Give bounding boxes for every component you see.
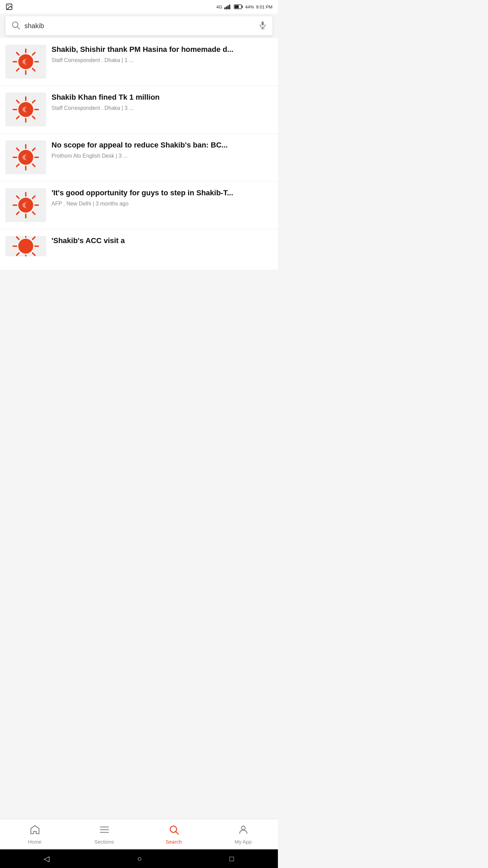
svg-point-41 <box>18 198 33 213</box>
news-content: Shakib, Shishir thank PM Hasina for home… <box>52 45 272 63</box>
svg-rect-2 <box>224 7 226 9</box>
svg-line-20 <box>33 68 35 71</box>
svg-line-10 <box>17 27 19 29</box>
news-list: Shakib, Shishir thank PM Hasina for home… <box>0 38 278 270</box>
svg-line-49 <box>17 212 19 214</box>
svg-line-21 <box>33 53 35 55</box>
news-meta: Staff Correspondent . Dhaka | 1 ... <box>52 57 272 63</box>
list-item[interactable]: Shakib Khan fined Tk 1 million Staff Cor… <box>0 86 278 134</box>
svg-rect-11 <box>262 21 264 25</box>
svg-rect-3 <box>226 6 227 9</box>
image-icon <box>5 3 13 11</box>
svg-line-48 <box>33 196 35 198</box>
news-thumbnail <box>5 188 46 222</box>
svg-rect-8 <box>235 5 239 8</box>
svg-point-50 <box>18 239 33 254</box>
search-input[interactable] <box>24 22 254 30</box>
svg-line-58 <box>17 253 19 255</box>
status-left <box>5 3 13 11</box>
news-meta: Staff Correspondent . Dhaka | 3 ... <box>52 105 272 111</box>
svg-line-55 <box>17 237 19 239</box>
news-content: 'It's good opportunity for guys to step … <box>52 188 272 207</box>
list-item[interactable]: Shakib, Shishir thank PM Hasina for home… <box>0 38 278 86</box>
news-title: 'It's good opportunity for guys to step … <box>52 188 272 198</box>
svg-line-39 <box>33 148 35 151</box>
list-item[interactable]: 'Shakib's ACC visit a <box>0 229 278 270</box>
svg-line-22 <box>17 68 19 71</box>
news-content: 'Shakib's ACC visit a <box>52 236 272 246</box>
svg-rect-4 <box>227 5 229 9</box>
news-thumbnail <box>5 236 46 256</box>
signal-icon <box>224 4 232 9</box>
svg-line-28 <box>17 100 19 103</box>
svg-point-23 <box>18 102 33 117</box>
news-title: Shakib Khan fined Tk 1 million <box>52 93 272 102</box>
news-meta: AFP . New Delhi | 3 months ago <box>52 201 272 207</box>
svg-line-57 <box>33 237 35 239</box>
news-thumbnail <box>5 140 46 174</box>
status-right: 4G 44% 9:01 PM <box>216 4 272 9</box>
svg-line-47 <box>33 212 35 214</box>
mic-icon[interactable] <box>258 21 267 31</box>
news-title: 'Shakib's ACC visit a <box>52 236 272 246</box>
list-item[interactable]: No scope for appeal to reduce Shakib's b… <box>0 134 278 181</box>
news-meta: Prothom Alo English Desk | 3 ... <box>52 153 272 159</box>
news-content: No scope for appeal to reduce Shakib's b… <box>52 140 272 159</box>
svg-line-56 <box>33 253 35 255</box>
svg-line-38 <box>33 164 35 166</box>
time-label: 9:01 PM <box>256 4 272 9</box>
battery-icon <box>234 4 243 9</box>
svg-line-37 <box>17 148 19 151</box>
svg-line-46 <box>17 196 19 198</box>
svg-rect-5 <box>229 5 230 9</box>
svg-line-29 <box>33 116 35 119</box>
svg-line-19 <box>17 53 19 55</box>
network-label: 4G <box>216 4 222 9</box>
svg-line-31 <box>17 116 19 119</box>
news-content: Shakib Khan fined Tk 1 million Staff Cor… <box>52 93 272 111</box>
news-thumbnail <box>5 93 46 126</box>
list-item[interactable]: 'It's good opportunity for guys to step … <box>0 181 278 229</box>
news-title: No scope for appeal to reduce Shakib's b… <box>52 140 272 150</box>
svg-point-14 <box>18 54 33 69</box>
svg-point-1 <box>7 5 8 6</box>
status-bar: 4G 44% 9:01 PM <box>0 0 278 14</box>
news-title: Shakib, Shishir thank PM Hasina for home… <box>52 45 272 55</box>
search-bar[interactable] <box>5 16 272 35</box>
svg-point-32 <box>18 150 33 165</box>
battery-label: 44% <box>245 4 254 9</box>
svg-line-40 <box>17 164 19 166</box>
svg-line-30 <box>33 100 35 103</box>
search-icon <box>11 20 20 31</box>
svg-rect-7 <box>242 6 243 8</box>
news-thumbnail <box>5 45 46 79</box>
